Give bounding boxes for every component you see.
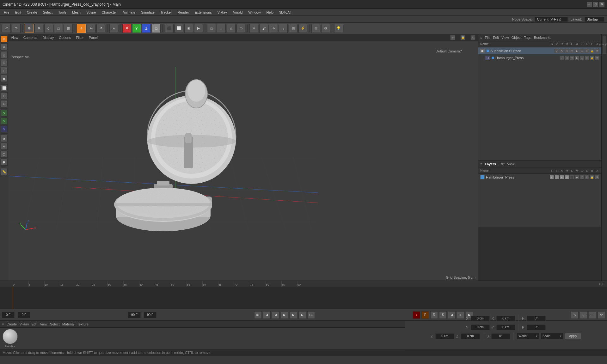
om-badge-edit[interactable]: ✎ xyxy=(560,49,564,53)
lt-s2[interactable]: S xyxy=(1,118,8,124)
lm-badge-x[interactable]: 👁 xyxy=(595,175,599,179)
menu-edit[interactable]: Edit xyxy=(13,10,24,15)
vp-tab-options[interactable]: Options xyxy=(59,36,71,39)
coord-h-field[interactable]: 0° xyxy=(527,316,546,321)
vp-corner-close[interactable]: ✕ xyxy=(470,35,475,40)
tool-pen[interactable]: ✏ xyxy=(249,24,258,33)
om-item-hamburger[interactable]: ⬡ Hamburger_Press • □ ◫ ▶ △ ⬡ 🔒 👁 xyxy=(478,54,601,61)
lt-mode6[interactable]: ◼ xyxy=(1,75,8,82)
lt-mode1[interactable]: ⊕ xyxy=(1,35,8,42)
menu-help[interactable]: Help xyxy=(264,10,276,15)
lt-measure[interactable]: 📏 xyxy=(1,168,8,175)
tool-spline[interactable]: ∿ xyxy=(269,24,278,33)
lm-layers[interactable]: Layers xyxy=(485,162,496,166)
om-badge-h-dot[interactable]: • xyxy=(560,56,564,60)
pb-keyframe-prev[interactable]: ◀ xyxy=(448,311,456,319)
om-badge-h-eye[interactable]: 👁 xyxy=(595,56,599,60)
shape-cube[interactable]: □ xyxy=(207,24,216,33)
menu-render[interactable]: Render xyxy=(175,10,192,15)
om-badge-arr[interactable]: ▶ xyxy=(575,49,579,53)
tool-mograph[interactable]: ▤ xyxy=(289,24,297,33)
menu-mesh[interactable]: Mesh xyxy=(70,10,83,15)
coord-b-field[interactable]: 0° xyxy=(491,333,510,339)
lm-badge-d[interactable]: ⊡ xyxy=(585,175,589,179)
pb-play-fwd[interactable]: ▶ xyxy=(290,311,297,319)
om-badge-h-tri[interactable]: △ xyxy=(580,56,584,60)
pb-goto-start[interactable]: ⏮ xyxy=(254,311,262,319)
menu-simulate[interactable]: Simulate xyxy=(138,10,157,15)
menu-select[interactable]: Select xyxy=(40,10,55,15)
menu-tools[interactable]: Tools xyxy=(56,10,69,15)
om-badge-lock[interactable]: 🔒 xyxy=(590,49,594,53)
pb-record-auto[interactable]: ● xyxy=(413,311,420,319)
shape-cylinder[interactable]: ⬭ xyxy=(236,24,245,33)
playback-end-display[interactable]: 90 F xyxy=(128,312,141,318)
lm-badge-m[interactable]: ▤ xyxy=(565,175,569,179)
menu-3dtoall[interactable]: 3DToAll xyxy=(277,10,294,15)
mode-poly[interactable]: □ xyxy=(54,24,63,33)
vp-corner-expand[interactable]: ⤢ xyxy=(450,35,455,40)
menu-extensions[interactable]: Extensions xyxy=(192,10,214,15)
window-controls[interactable]: − □ ✕ xyxy=(587,2,604,7)
lt-extrude[interactable]: ⬡ xyxy=(1,151,8,158)
vp-tab-filter[interactable]: Filter xyxy=(76,36,83,39)
menu-file[interactable]: File xyxy=(1,10,12,15)
lt-bevel[interactable]: ⬢ xyxy=(1,159,8,166)
mat-texture[interactable]: Texture xyxy=(77,322,89,326)
mat-view[interactable]: View xyxy=(40,322,47,326)
lm-badge-s[interactable]: • xyxy=(549,175,554,179)
mode-object[interactable]: ⊕ xyxy=(25,24,34,33)
tool-move[interactable]: ✛ xyxy=(77,24,86,33)
pb-more[interactable]: ⋯ xyxy=(589,311,596,319)
menu-window[interactable]: Window xyxy=(246,10,263,15)
pb-next-frame[interactable]: ▶ xyxy=(298,311,306,319)
om-badge-tri[interactable]: △ xyxy=(580,49,584,53)
coord-y-field[interactable]: 0 cm xyxy=(471,325,490,330)
snap-enable[interactable]: ⊞ xyxy=(311,24,320,33)
om-menu-file[interactable]: File xyxy=(485,36,490,39)
lm-badge-v[interactable]: □ xyxy=(555,175,559,179)
viewport-canvas[interactable]: X Y Z Perspective Default Camera:* Grid … xyxy=(8,48,478,281)
coord-scale-dropdown[interactable]: Scale xyxy=(541,333,563,339)
lt-select2[interactable]: ⊡ xyxy=(1,92,8,99)
pb-play-rev[interactable]: ◀ xyxy=(272,311,279,319)
mat-create[interactable]: Create xyxy=(6,322,17,326)
lm-view[interactable]: View xyxy=(507,162,515,166)
lt-select3[interactable]: ⊟ xyxy=(1,100,8,107)
pb-frame-skip[interactable]: ⬚ xyxy=(580,311,587,319)
pb-settings[interactable]: ⚙ xyxy=(598,311,605,319)
lm-edit[interactable]: Edit xyxy=(499,162,505,166)
lm-badge-g[interactable]: ⬡ xyxy=(580,175,584,179)
material-item[interactable]: Hambur xyxy=(3,329,18,348)
om-badge-h-lock[interactable]: 🔒 xyxy=(590,56,594,60)
undo-button[interactable]: ↶ xyxy=(2,24,11,33)
playback-frame-field[interactable]: 0 F xyxy=(2,312,15,318)
select-x[interactable]: ✕ xyxy=(122,24,131,33)
select-y[interactable]: Y xyxy=(132,24,141,33)
coord-world-dropdown[interactable]: World xyxy=(517,333,539,339)
vp-corner-lock[interactable]: 🔒 xyxy=(460,35,465,40)
select-z[interactable]: Z xyxy=(142,24,151,33)
lt-bridge[interactable]: ≋ xyxy=(1,143,8,150)
tool-hair[interactable]: ⚡ xyxy=(298,24,307,33)
menu-create[interactable]: Create xyxy=(24,10,40,15)
render-view[interactable]: ⬛ xyxy=(165,24,174,33)
om-badge-h-geo[interactable]: ⬡ xyxy=(585,56,589,60)
playback-end-field[interactable]: 90 F xyxy=(144,312,156,318)
coord-z2-field[interactable]: 0 cm xyxy=(461,333,480,339)
om-badge-geo[interactable]: ⬡ xyxy=(585,49,589,53)
tool-deform[interactable]: ⬦ xyxy=(279,24,288,33)
rs-btn-safeframe[interactable]: SAFE xyxy=(602,35,607,54)
light-add[interactable]: 💡 xyxy=(334,24,343,33)
lt-mode5[interactable]: ◻ xyxy=(1,67,8,74)
coord-z-field[interactable]: 0 cm xyxy=(435,333,454,339)
maximize-button[interactable]: □ xyxy=(593,2,598,7)
vp-tab-display[interactable]: Display xyxy=(42,36,54,39)
vp-tab-view[interactable]: View xyxy=(11,36,18,39)
om-badge-eye[interactable]: 👁 xyxy=(595,49,599,53)
apply-button[interactable]: Apply xyxy=(565,333,581,339)
timeline-track[interactable] xyxy=(0,287,607,309)
mode-uv[interactable]: ▦ xyxy=(64,24,73,33)
render-ir[interactable]: ▶ xyxy=(194,24,203,33)
menu-character[interactable]: Character xyxy=(99,10,119,15)
